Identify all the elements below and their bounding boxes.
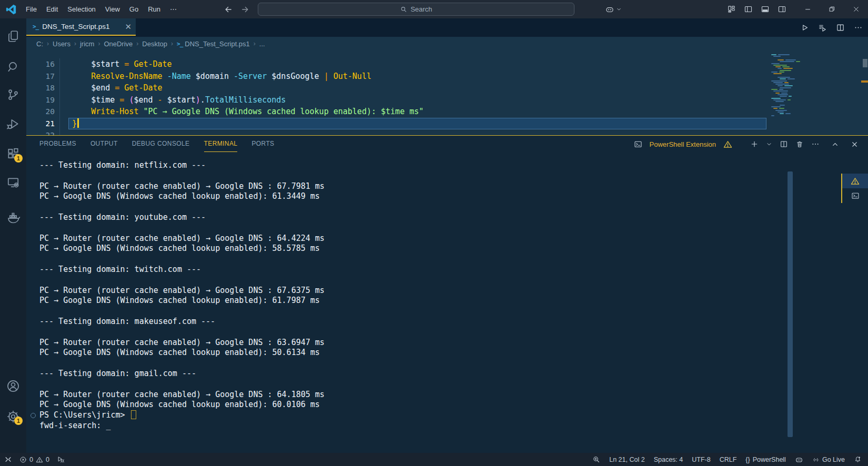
zoom-indicator[interactable]: [592, 455, 600, 463]
menu-view[interactable]: View: [100, 0, 125, 18]
menu-edit[interactable]: Edit: [42, 0, 63, 18]
breadcrumb-item[interactable]: OneDrive: [104, 40, 133, 48]
cursor-position[interactable]: Ln 21, Col 2: [609, 456, 644, 463]
toggle-panel-button[interactable]: [761, 5, 770, 14]
toggle-sidebar-button[interactable]: [744, 5, 753, 14]
braces-icon: {}: [745, 456, 750, 463]
sidebar-item-source-control[interactable]: [0, 86, 26, 104]
terminal-line: --- Testing domain: twitch.com ---: [39, 265, 868, 275]
eol-indicator[interactable]: CRLF: [720, 456, 737, 463]
customize-layout-button[interactable]: [727, 5, 736, 14]
language-indicator[interactable]: {} PowerShell: [745, 456, 786, 463]
minimap[interactable]: [770, 54, 807, 149]
copilot-status-icon[interactable]: [795, 455, 803, 464]
notifications-bell-icon[interactable]: [854, 455, 862, 463]
menu-selection[interactable]: Selection: [63, 0, 100, 18]
menu-go[interactable]: Go: [125, 0, 143, 18]
code-text: Resolve-DnsName -Name $domain -Server $d…: [72, 72, 371, 81]
sidebar-item-explorer[interactable]: [0, 27, 26, 45]
chevron-down-icon: [616, 6, 622, 12]
close-window-button[interactable]: [844, 0, 868, 18]
code-line: 21}: [26, 118, 868, 130]
terminal-line: --- Testing domain: netflix.com ---: [39, 160, 868, 171]
breadcrumb-item[interactable]: ...: [259, 40, 265, 48]
editor-group: >_ DNS_Test_Script.ps1 ✕ C:›Users›jricm›…: [26, 18, 868, 453]
powershell-file-icon: >_: [177, 40, 183, 47]
sidebar-item-settings[interactable]: 1: [0, 408, 26, 426]
toggle-secondary-sidebar-button[interactable]: [778, 5, 786, 14]
vscode-logo-icon: [5, 4, 17, 15]
run-selection-button[interactable]: [818, 23, 827, 32]
terminal-line: [39, 202, 868, 212]
sidebar-item-docker[interactable]: [0, 209, 26, 227]
panel-tab-debug-console[interactable]: DEBUG CONSOLE: [132, 136, 190, 152]
terminal-line: PC → Router (router cache enabled) → Goo…: [39, 390, 868, 400]
back-button[interactable]: [224, 0, 233, 18]
breadcrumb-item[interactable]: jricm: [80, 40, 94, 48]
breadcrumb-item[interactable]: >_DNS_Test_Script.ps1: [177, 40, 250, 48]
terminal-tab-powershell[interactable]: [842, 188, 868, 203]
terminal-warning-icon[interactable]: [723, 140, 732, 149]
terminal-viewport[interactable]: --- Testing domain: netflix.com ---PC → …: [26, 153, 868, 453]
line-number: 17: [26, 72, 55, 80]
sidebar-item-run-debug[interactable]: [0, 115, 26, 133]
line-number: 19: [26, 96, 55, 104]
debug-indicator[interactable]: [57, 455, 65, 463]
copilot-button[interactable]: [605, 0, 622, 18]
powershell-extension-label[interactable]: PowerShell Extension: [650, 140, 716, 148]
panel-tab-ports[interactable]: PORTS: [251, 136, 274, 152]
sidebar-item-extensions[interactable]: 1: [0, 145, 26, 163]
layout-controls: [727, 0, 786, 18]
editor-more-actions-button[interactable]: [854, 23, 863, 32]
tab-close-button[interactable]: ✕: [125, 23, 132, 31]
breadcrumb-item[interactable]: Desktop: [142, 40, 167, 48]
breadcrumb-item[interactable]: C:: [36, 40, 43, 48]
split-terminal-button[interactable]: [780, 140, 788, 148]
indentation-indicator[interactable]: Spaces: 4: [654, 456, 683, 463]
forward-button[interactable]: [240, 0, 250, 18]
editor-scrollbar[interactable]: [863, 59, 867, 67]
kill-terminal-button[interactable]: [795, 140, 804, 148]
sidebar-item-remote-explorer[interactable]: [0, 174, 26, 191]
overview-ruler-mark: [861, 80, 868, 83]
sidebar-item-search[interactable]: [0, 58, 26, 76]
terminal-profile-icon: [634, 140, 642, 148]
terminal-scrollbar[interactable]: [788, 171, 793, 437]
panel-tab-output[interactable]: OUTPUT: [90, 136, 118, 152]
panel-tab-problems[interactable]: PROBLEMS: [39, 136, 76, 152]
panel-actions: PowerShell Extension: [634, 140, 868, 149]
new-terminal-button[interactable]: [750, 140, 759, 148]
tab-dns-test-script[interactable]: >_ DNS_Test_Script.ps1 ✕: [26, 18, 136, 36]
terminal-dropdown-button[interactable]: [766, 141, 772, 147]
problems-indicator[interactable]: 0 0: [19, 456, 49, 463]
sidebar-item-accounts[interactable]: [0, 377, 26, 395]
tab-bar: >_ DNS_Test_Script.ps1 ✕: [26, 18, 868, 37]
search-cursor: _: [106, 421, 110, 430]
terminal-line: [39, 254, 868, 265]
menu-file[interactable]: File: [21, 0, 42, 18]
menu-[interactable]: ⋯: [165, 0, 181, 18]
remote-indicator[interactable]: [4, 455, 12, 463]
terminal-search-line: fwd-i-search: _: [39, 421, 868, 431]
breadcrumb-item[interactable]: Users: [53, 40, 70, 48]
maximize-panel-button[interactable]: [831, 140, 839, 148]
breadcrumb-separator: ›: [74, 40, 76, 47]
restore-button[interactable]: [820, 0, 844, 18]
code-editor[interactable]: 16 $start = Get-Date17 Resolve-DnsName -…: [26, 50, 868, 135]
close-panel-button[interactable]: [851, 140, 859, 148]
terminal-line: [39, 327, 868, 338]
menu-run[interactable]: Run: [143, 0, 165, 18]
breadcrumb-separator: ›: [98, 40, 100, 47]
terminal-tab-powershell-extension[interactable]: [842, 174, 868, 188]
code-text: $time = ($end - $start).TotalMillisecond…: [72, 95, 286, 105]
terminal-line: [39, 379, 868, 390]
split-editor-button[interactable]: [836, 23, 845, 32]
minimize-button[interactable]: [795, 0, 820, 18]
search-box[interactable]: Search: [258, 3, 574, 16]
command-decoration-icon[interactable]: [31, 413, 36, 418]
encoding-indicator[interactable]: UTF-8: [692, 456, 710, 463]
panel-more-actions-button[interactable]: [811, 140, 820, 148]
go-live-button[interactable]: Go Live: [812, 456, 845, 463]
run-script-button[interactable]: [800, 23, 809, 32]
panel-tab-terminal[interactable]: TERMINAL: [204, 136, 238, 152]
